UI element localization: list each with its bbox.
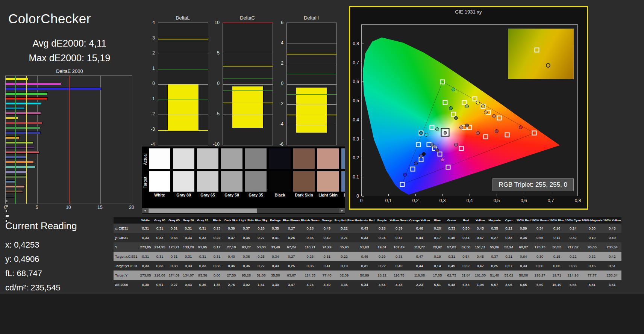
table-cell: 62,73 (444, 271, 459, 280)
table-cell: 0,39 (389, 224, 409, 233)
scrollbar-track[interactable] (148, 208, 339, 213)
swatch-actual-cell[interactable] (269, 148, 291, 169)
cie-y-tick (362, 177, 364, 177)
swatch-actual-cell[interactable] (221, 148, 242, 169)
swatch-column: Black (269, 148, 291, 204)
scroll-right-icon[interactable]: ► (339, 208, 345, 213)
cie-x-tick-label: 0,2 (412, 198, 419, 203)
deltac-chart[interactable]: DeltaC 1050-5-10 (209, 15, 275, 153)
deltae2000-chart[interactable]: DeltaE 2000 05101520 (5, 68, 135, 211)
scroll-left-icon[interactable]: ◄ (142, 208, 148, 213)
table-cell: 175,13 (531, 242, 549, 252)
swatch-target-cell[interactable] (149, 171, 170, 192)
swatch-label: Gray 50 (221, 193, 242, 197)
table-cell: 53,94 (502, 242, 516, 252)
delta-ytick-label: -10 (213, 142, 220, 147)
table-cell: 0,36 (239, 261, 254, 271)
deltae-bar (6, 210, 8, 212)
delta-yellow-refline (158, 39, 208, 39)
table-cell: 0,00 (210, 271, 224, 280)
deltae2000-chart-title: DeltaE 2000 (5, 68, 135, 74)
table-cell: 0,31 (153, 224, 167, 233)
delta-gridline (287, 125, 336, 125)
table-cell: 0,46 (409, 224, 430, 233)
table-cell: 107,49 (389, 242, 409, 252)
table-cell: 91,95 (195, 242, 210, 252)
swatch-actual-cell[interactable] (341, 148, 345, 169)
table-cell: 151,11 (473, 242, 487, 252)
table-cell: 2,75 (224, 280, 239, 289)
swatch-actual-cell[interactable] (317, 148, 339, 169)
cie-measured-marker (452, 88, 455, 91)
table-cell: 0,33 (153, 261, 167, 271)
cie-measured-marker (519, 125, 523, 129)
deltae-bar (6, 146, 34, 149)
table-cell: 0,15 (581, 261, 603, 271)
swatch-target-cell[interactable] (197, 171, 218, 192)
scrollbar-thumb[interactable] (148, 209, 257, 213)
table-cell: 0,23 (210, 224, 224, 233)
swatch-target-cell[interactable] (269, 171, 291, 192)
table-col-header: 100% Yellow (603, 217, 621, 224)
table-col-header: Gray 35 (195, 217, 210, 224)
table-cell: 0,51 (153, 280, 167, 289)
table-cell: 0,30 (138, 280, 153, 289)
table-cell: 0,41 (268, 233, 283, 242)
swatch-target-cell[interactable] (341, 171, 345, 192)
table-cell: 60,07 (516, 242, 531, 252)
swatch-target-cell[interactable] (317, 171, 339, 192)
table-col-header: Purple (375, 217, 389, 224)
swatch-column: Gray 80 (173, 148, 194, 204)
cie-y-tick (362, 196, 364, 196)
deltal-chart[interactable]: DeltaL 43210-1-2-3-4 (144, 15, 211, 153)
table-cell: 0,19 (334, 261, 355, 271)
table-cell: 0,47 (473, 261, 487, 271)
cie-x-tick (551, 194, 551, 196)
cie-target-marker (438, 151, 442, 156)
swatch-actual-cell[interactable] (245, 148, 267, 169)
table-cell: 35,58 (268, 271, 283, 280)
table-cell: 0,54 (459, 252, 473, 261)
cie-panel[interactable]: CIE 1931 xy RGB Triplet: 255, 255, 0 00,… (349, 6, 588, 210)
swatch-actual-cell[interactable] (293, 148, 315, 169)
cie-measured-marker (454, 143, 458, 147)
table-cell: 0,21 (502, 252, 516, 261)
table-row-label: ΔE 2000 (114, 280, 138, 289)
delta-ytick-label: -1 (151, 96, 155, 101)
table-cell: 17,05 (430, 271, 444, 280)
table-cell: 0,22 (565, 252, 581, 261)
table-cell: 0,26 (300, 252, 320, 261)
swatch-actual-cell[interactable] (197, 148, 218, 169)
cie-measured-marker (484, 110, 488, 114)
swatch-target-cell[interactable] (293, 171, 315, 192)
table-cell: 4,49 (320, 280, 334, 289)
swatch-target-cell[interactable] (221, 171, 242, 192)
cie-measured-marker (476, 131, 480, 135)
table-cell: 0,17 (210, 242, 224, 252)
table-col-header: Purplish Blue (334, 217, 355, 224)
table-cell: 5,48 (444, 280, 459, 289)
table-col-header: Blue Flower (283, 217, 300, 224)
table-cell: 0,32 (565, 233, 581, 242)
swatch-scrollbar[interactable]: ◄ ► (142, 208, 345, 213)
swatch-target-cell[interactable] (173, 171, 194, 192)
deltae2000-plot (5, 76, 132, 204)
cie-x-tick-label: 0 (360, 198, 363, 203)
table-cell: 3,30 (268, 280, 283, 289)
table-row: Y273,05214,95173,21133,2891,950,1727,109… (114, 242, 621, 252)
deltah-chart[interactable]: DeltaH 6420-2-4-6 (273, 15, 339, 153)
table-col-header: Gray 50 (181, 217, 195, 224)
cie-x-tick (388, 194, 389, 196)
swatch-actual-cell[interactable] (173, 148, 194, 169)
swatch-actual-cell[interactable] (149, 148, 170, 169)
delta-gridline (287, 84, 336, 85)
cie-target-marker (505, 133, 510, 138)
table-cell: 0,44 (409, 261, 430, 271)
table-cell: 0,34 (531, 224, 549, 233)
table-cell: 8,81 (581, 280, 603, 289)
results-table: WhiteGray 80Gray 65Gray 50Gray 35BlackDa… (114, 217, 621, 289)
table-cell: 57,03 (444, 242, 459, 252)
table-cell: 133,28 (181, 242, 195, 252)
table-cell: 110,77 (409, 242, 430, 252)
swatch-target-cell[interactable] (245, 171, 267, 192)
